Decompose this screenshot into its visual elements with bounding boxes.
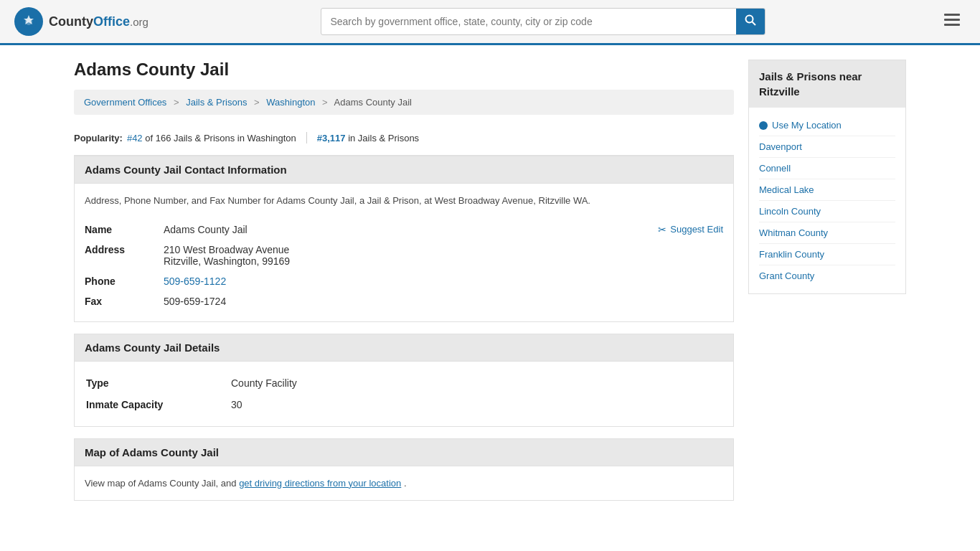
popularity-rank: #42 (127, 133, 143, 143)
site-header: CountyOffice.org (0, 0, 980, 45)
fax-value: 509-659-1724 (164, 291, 723, 311)
sidebar-item-grant-county[interactable]: Grant County (759, 265, 895, 286)
sidebar-item-lincoln-county[interactable]: Lincoln County (759, 201, 895, 222)
search-bar (321, 8, 765, 35)
fax-label: Fax (85, 291, 164, 311)
contact-section-header: Adams County Jail Contact Information (75, 156, 733, 184)
sidebar: Jails & Prisons near Ritzville Use My Lo… (748, 60, 906, 512)
location-dot-icon (759, 121, 768, 130)
popularity-total: of 166 Jails & Prisons in Washington (145, 133, 296, 143)
sidebar-item-davenport[interactable]: Davenport (759, 136, 895, 158)
type-label: Type (86, 373, 230, 393)
franklin-county-link[interactable]: Franklin County (759, 249, 824, 260)
svg-line-3 (753, 22, 756, 26)
table-row-address: Address 210 West Broadway Avenue Ritzvil… (85, 240, 723, 271)
lincoln-county-link[interactable]: Lincoln County (759, 206, 821, 217)
popularity-global-label: in Jails & Prisons (348, 133, 419, 143)
phone-label: Phone (85, 271, 164, 291)
sidebar-item-medical-lake[interactable]: Medical Lake (759, 179, 895, 201)
sidebar-body: Use My Location Davenport Connell Medica… (749, 108, 905, 293)
name-label: Name (85, 220, 164, 240)
contact-table: Name Adams County Jail ✂ Suggest Edit Ad… (85, 220, 723, 311)
medical-lake-link[interactable]: Medical Lake (759, 184, 814, 195)
popularity-bar: Popularity: #42 of 166 Jails & Prisons i… (74, 125, 734, 156)
suggest-edit-button[interactable]: ✂ Suggest Edit (658, 224, 723, 235)
popularity-label: Popularity: (74, 133, 123, 143)
map-desc-prefix: View map of Adams County Jail, and (85, 478, 237, 489)
breadcrumb-jails-prisons[interactable]: Jails & Prisons (186, 97, 247, 108)
table-row-fax: Fax 509-659-1724 (85, 291, 723, 311)
use-location-item[interactable]: Use My Location (759, 115, 895, 136)
menu-button[interactable] (938, 9, 966, 34)
suggest-edit-label: Suggest Edit (670, 224, 723, 235)
logo-icon (14, 7, 43, 36)
sidebar-header: Jails & Prisons near Ritzville (749, 60, 905, 108)
contact-section-body: Address, Phone Number, and Fax Number fo… (75, 184, 733, 321)
whitman-county-link[interactable]: Whitman County (759, 227, 828, 238)
details-table: Type County Facility Inmate Capacity 30 (85, 372, 723, 416)
popularity-divider (306, 132, 307, 143)
name-value: Adams County Jail ✂ Suggest Edit (164, 220, 723, 240)
contact-section: Adams County Jail Contact Information Ad… (74, 156, 734, 322)
breadcrumb-washington[interactable]: Washington (266, 97, 315, 108)
address-label: Address (85, 240, 164, 271)
details-section-header: Adams County Jail Details (75, 334, 733, 362)
svg-rect-4 (944, 14, 960, 16)
details-body: Type County Facility Inmate Capacity 30 (75, 362, 733, 426)
phone-value: 509-659-1122 (164, 271, 723, 291)
breadcrumb-sep-2: > (254, 97, 260, 108)
svg-point-2 (746, 16, 753, 23)
svg-rect-6 (944, 24, 960, 26)
suggest-edit-icon: ✂ (658, 224, 666, 235)
phone-link[interactable]: 509-659-1122 (164, 276, 226, 287)
capacity-value: 30 (231, 395, 722, 415)
details-section: Adams County Jail Details Type County Fa… (74, 334, 734, 427)
breadcrumb-sep-3: > (322, 97, 328, 108)
breadcrumb-current: Adams County Jail (334, 97, 412, 108)
table-row-name: Name Adams County Jail ✂ Suggest Edit (85, 220, 723, 240)
logo-text: CountyOffice.org (49, 14, 149, 29)
connell-link[interactable]: Connell (759, 163, 791, 174)
address-line2: Ritzville, Washington, 99169 (164, 255, 723, 267)
table-row-phone: Phone 509-659-1122 (85, 271, 723, 291)
map-description: View map of Adams County Jail, and get d… (75, 466, 733, 501)
contact-description: Address, Phone Number, and Fax Number fo… (85, 194, 723, 208)
popularity-global-rank: #3,117 (317, 133, 346, 143)
search-button[interactable] (736, 9, 765, 34)
search-input[interactable] (321, 10, 736, 33)
breadcrumb-sep-1: > (174, 97, 179, 108)
page-title: Adams County Jail (74, 60, 734, 80)
table-row-type: Type County Facility (86, 373, 722, 393)
sidebar-item-franklin-county[interactable]: Franklin County (759, 244, 895, 265)
logo: CountyOffice.org (14, 7, 149, 36)
grant-county-link[interactable]: Grant County (759, 270, 814, 281)
address-value: 210 West Broadway Avenue Ritzville, Wash… (164, 240, 723, 271)
map-desc-suffix: . (404, 478, 407, 489)
davenport-link[interactable]: Davenport (759, 141, 802, 152)
name-value-text: Adams County Jail (164, 224, 248, 235)
breadcrumb-gov-offices[interactable]: Government Offices (84, 97, 166, 108)
map-section-header: Map of Adams County Jail (75, 439, 733, 466)
main-content: Adams County Jail Government Offices > J… (74, 60, 734, 512)
sidebar-item-whitman-county[interactable]: Whitman County (759, 222, 895, 244)
svg-rect-5 (944, 19, 960, 21)
address-line1: 210 West Broadway Avenue (164, 244, 723, 255)
type-value: County Facility (231, 373, 722, 393)
driving-directions-link[interactable]: get driving directions from your locatio… (239, 478, 401, 489)
sidebar-box: Jails & Prisons near Ritzville Use My Lo… (748, 60, 906, 294)
breadcrumb: Government Offices > Jails & Prisons > W… (74, 90, 734, 115)
capacity-label: Inmate Capacity (86, 395, 230, 415)
sidebar-item-connell[interactable]: Connell (759, 158, 895, 179)
use-location-link[interactable]: Use My Location (772, 120, 842, 131)
table-row-capacity: Inmate Capacity 30 (86, 395, 722, 415)
map-section: Map of Adams County Jail View map of Ada… (74, 438, 734, 501)
